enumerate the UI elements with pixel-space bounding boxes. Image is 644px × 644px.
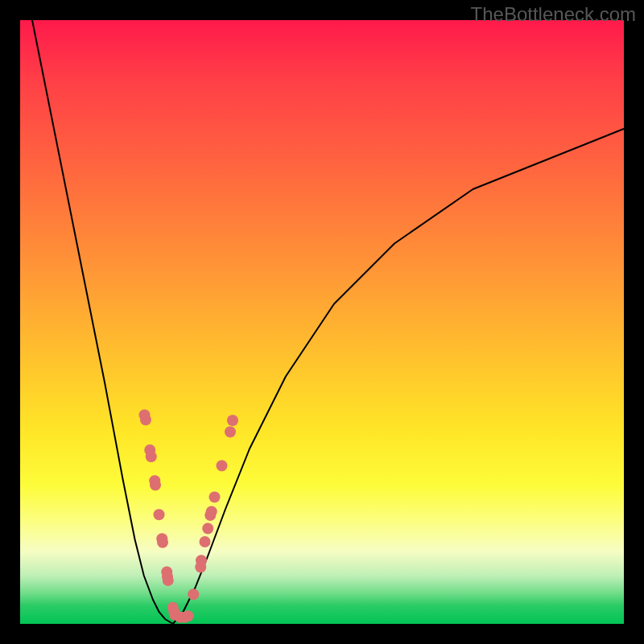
data-point [200,536,211,547]
chart-outer-frame: TheBottleneck.com [0,0,644,644]
data-point [227,415,238,426]
series-right-branch [173,129,624,624]
series-left-branch [32,20,173,624]
data-point [140,415,151,426]
data-point [157,537,168,548]
data-point [150,480,161,491]
data-point [217,460,228,472]
watermark-text: TheBottleneck.com [471,3,636,26]
data-point [163,575,174,586]
data-point [188,588,199,600]
data-point [206,506,217,518]
data-point [146,451,157,462]
curve-layer [20,20,624,624]
data-point [154,509,165,520]
data-point [209,492,221,503]
data-point [183,610,194,621]
plot-area [20,20,624,624]
data-point [225,427,236,438]
series-group [32,20,624,624]
data-point [202,523,213,535]
data-point [196,555,207,566]
